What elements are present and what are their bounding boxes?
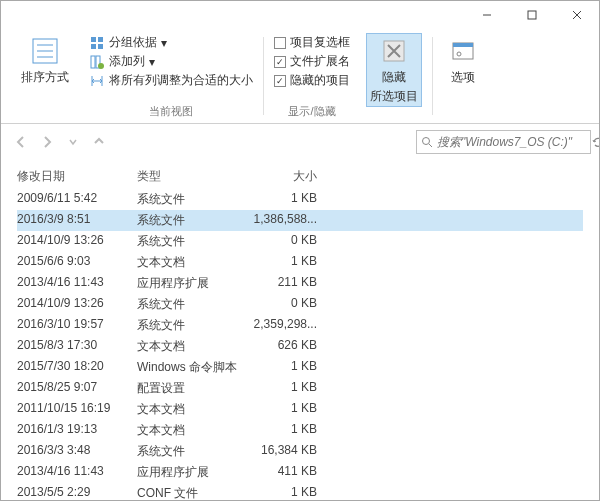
close-button[interactable]: [554, 1, 599, 29]
table-row[interactable]: 2013/5/5 2:29CONF 文件1 KB: [17, 483, 583, 501]
chevron-down-icon: ▾: [149, 55, 155, 69]
column-header-type[interactable]: 类型: [137, 168, 247, 185]
minimize-button[interactable]: [464, 1, 509, 29]
cell-type: 系统文件: [137, 317, 247, 334]
cell-size: 411 KB: [247, 464, 317, 481]
sort-by-button[interactable]: 排序方式: [17, 33, 73, 88]
search-box[interactable]: [416, 130, 591, 154]
ribbon: 排序方式 分组依据 ▾ 添加列 ▾ 将所有列调整为合适的大小 当前视图 项目复选…: [1, 29, 599, 124]
cell-date: 2015/8/3 17:30: [17, 338, 137, 355]
group-icon: [89, 35, 105, 51]
table-row[interactable]: 2013/4/16 11:43应用程序扩展211 KB: [17, 273, 583, 294]
item-checkboxes-toggle[interactable]: 项目复选框: [274, 33, 350, 52]
table-row[interactable]: 2016/1/3 19:13文本文档1 KB: [17, 420, 583, 441]
chevron-down-icon: ▾: [161, 36, 167, 50]
cell-date: 2016/3/3 3:48: [17, 443, 137, 460]
ribbon-group-label: 显示/隐藏: [274, 104, 350, 119]
svg-rect-8: [91, 37, 96, 42]
cell-type: 文本文档: [137, 422, 247, 439]
cell-date: 2009/6/11 5:42: [17, 191, 137, 208]
navbar: [1, 124, 599, 160]
svg-rect-12: [91, 56, 95, 68]
chevron-down-icon[interactable]: [61, 130, 85, 154]
back-button[interactable]: [9, 130, 33, 154]
cell-date: 2011/10/15 16:19: [17, 401, 137, 418]
hidden-items-toggle[interactable]: ✓ 隐藏的项目: [274, 71, 350, 90]
cell-size: 0 KB: [247, 233, 317, 250]
maximize-button[interactable]: [509, 1, 554, 29]
cell-date: 2015/6/6 9:03: [17, 254, 137, 271]
cell-date: 2013/5/5 2:29: [17, 485, 137, 501]
cell-size: 1 KB: [247, 380, 317, 397]
add-column-button[interactable]: 添加列 ▾: [89, 52, 155, 71]
cell-type: 系统文件: [137, 191, 247, 208]
fit-columns-icon: [89, 73, 105, 89]
refresh-icon[interactable]: [592, 136, 600, 148]
options-icon: [447, 35, 479, 67]
table-row[interactable]: 2009/6/11 5:42系统文件1 KB: [17, 189, 583, 210]
search-input[interactable]: [437, 135, 588, 149]
forward-button[interactable]: [35, 130, 59, 154]
table-row[interactable]: 2014/10/9 13:26系统文件0 KB: [17, 294, 583, 315]
svg-rect-10: [91, 44, 96, 49]
cell-size: 1 KB: [247, 422, 317, 439]
checkbox-checked-icon: ✓: [274, 56, 286, 68]
titlebar: [1, 1, 599, 29]
file-ext-toggle[interactable]: ✓ 文件扩展名: [274, 52, 350, 71]
cell-date: 2014/10/9 13:26: [17, 296, 137, 313]
svg-point-22: [423, 138, 430, 145]
column-header-date[interactable]: 修改日期: [17, 168, 137, 185]
svg-rect-9: [98, 37, 103, 42]
table-row[interactable]: 2016/3/9 8:51系统文件1,386,588...: [17, 210, 583, 231]
column-header-size[interactable]: 大小: [247, 168, 317, 185]
ribbon-group-hide: 隐藏 所选项目: [358, 33, 430, 119]
table-row[interactable]: 2015/8/25 9:07配置设置1 KB: [17, 378, 583, 399]
svg-point-21: [457, 52, 461, 56]
cell-type: 系统文件: [137, 233, 247, 250]
table-row[interactable]: 2014/10/9 13:26系统文件0 KB: [17, 231, 583, 252]
table-row[interactable]: 2015/8/3 17:30文本文档626 KB: [17, 336, 583, 357]
table-row[interactable]: 2011/10/15 16:19文本文档1 KB: [17, 399, 583, 420]
cell-type: CONF 文件: [137, 485, 247, 501]
cell-type: Windows 命令脚本: [137, 359, 247, 376]
search-icon: [421, 136, 433, 148]
cell-type: 系统文件: [137, 443, 247, 460]
cell-size: 1 KB: [247, 191, 317, 208]
ribbon-group-label: 当前视图: [89, 104, 253, 119]
cell-type: 应用程序扩展: [137, 275, 247, 292]
cell-size: 1 KB: [247, 359, 317, 376]
ribbon-group-show: 项目复选框 ✓ 文件扩展名 ✓ 隐藏的项目 显示/隐藏: [266, 33, 358, 119]
fit-columns-button[interactable]: 将所有列调整为合适的大小: [89, 71, 253, 90]
table-row[interactable]: 2015/6/6 9:03文本文档1 KB: [17, 252, 583, 273]
svg-rect-20: [453, 43, 473, 47]
cell-date: 2016/1/3 19:13: [17, 422, 137, 439]
table-row[interactable]: 2016/3/3 3:48系统文件16,384 KB: [17, 441, 583, 462]
hide-icon: [378, 35, 410, 67]
cell-date: 2015/8/25 9:07: [17, 380, 137, 397]
cell-date: 2013/4/16 11:43: [17, 464, 137, 481]
up-button[interactable]: [87, 130, 111, 154]
cell-date: 2014/10/9 13:26: [17, 233, 137, 250]
hide-selected-button[interactable]: 隐藏 所选项目: [366, 33, 422, 107]
svg-rect-1: [528, 11, 536, 19]
cell-type: 系统文件: [137, 296, 247, 313]
group-by-button[interactable]: 分组依据 ▾: [89, 33, 167, 52]
table-row[interactable]: 2016/3/10 19:57系统文件2,359,298...: [17, 315, 583, 336]
svg-line-23: [429, 144, 432, 147]
cell-size: 2,359,298...: [247, 317, 317, 334]
divider: [432, 37, 433, 115]
cell-size: 626 KB: [247, 338, 317, 355]
cell-type: 文本文档: [137, 254, 247, 271]
cell-size: 1 KB: [247, 254, 317, 271]
sort-icon: [29, 35, 61, 67]
cell-date: 2016/3/9 8:51: [17, 212, 137, 229]
ribbon-group-options: 选项: [435, 33, 491, 119]
table-row[interactable]: 2013/4/16 11:43应用程序扩展411 KB: [17, 462, 583, 483]
cell-type: 文本文档: [137, 338, 247, 355]
cell-size: 0 KB: [247, 296, 317, 313]
file-list: 修改日期 类型 大小 2009/6/11 5:42系统文件1 KB2016/3/…: [1, 160, 599, 501]
table-row[interactable]: 2015/7/30 18:20Windows 命令脚本1 KB: [17, 357, 583, 378]
cell-type: 系统文件: [137, 212, 247, 229]
svg-point-14: [98, 63, 104, 69]
options-button[interactable]: 选项: [443, 33, 483, 88]
